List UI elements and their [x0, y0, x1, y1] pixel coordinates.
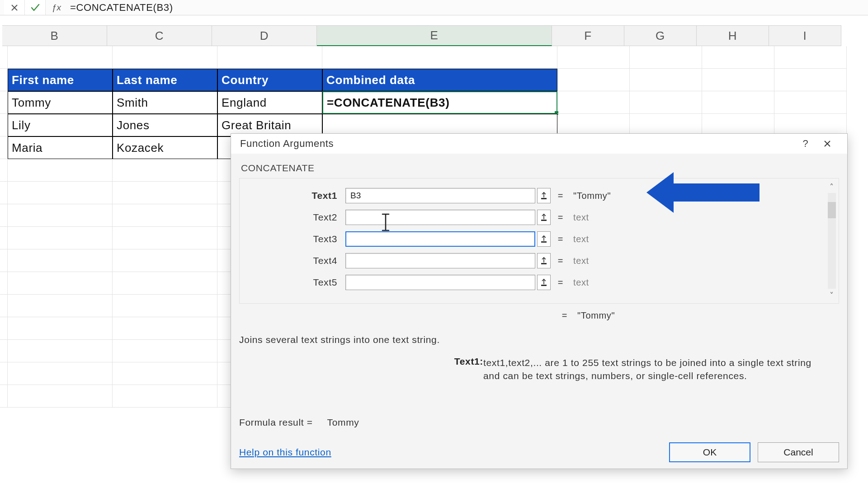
formula-result-value: Tommy — [327, 417, 359, 427]
collapse-button-text1[interactable] — [537, 188, 551, 203]
arg-result-text5: text — [571, 277, 832, 288]
arg-help-label: Text1: — [447, 356, 483, 383]
column-header-h[interactable]: H — [697, 25, 769, 46]
column-headers: B C D E F G H I — [0, 25, 868, 46]
collapse-dialog-icon — [540, 213, 547, 222]
cell-c5[interactable]: Kozacek — [113, 136, 217, 159]
svg-rect-4 — [541, 285, 547, 286]
arg-result-text3: text — [571, 234, 832, 244]
arg-result-text4: text — [571, 256, 832, 266]
header-first-name[interactable]: First name — [8, 69, 113, 91]
arg-label-text3: Text3 — [246, 234, 345, 244]
cell-b3[interactable]: Tommy — [8, 91, 113, 114]
x-icon — [10, 4, 19, 12]
equals-sign: = — [551, 191, 571, 201]
formula-bar: ƒx =CONCATENATE(B3) — [0, 0, 868, 15]
svg-marker-5 — [646, 172, 760, 213]
dialog-title-bar[interactable]: Function Arguments ? — [231, 134, 847, 154]
svg-rect-3 — [541, 263, 547, 264]
collapse-dialog-icon — [540, 235, 547, 244]
cell-b5[interactable]: Maria — [8, 136, 113, 159]
arg-label-text5: Text5 — [246, 277, 345, 288]
svg-rect-2 — [541, 241, 547, 243]
svg-rect-1 — [541, 220, 547, 221]
question-icon: ? — [803, 138, 809, 150]
scroll-thumb[interactable] — [828, 202, 836, 218]
arg-label-text4: Text4 — [246, 255, 345, 266]
pointer-arrow-icon — [646, 170, 760, 215]
collapse-button-text2[interactable] — [537, 210, 551, 225]
dialog-title: Function Arguments — [240, 138, 334, 150]
collapse-dialog-icon — [540, 278, 547, 287]
cell-e3[interactable]: =CONCATENATE(B3) — [322, 91, 557, 114]
scroll-down-icon[interactable]: ˅ — [830, 291, 834, 300]
check-icon — [31, 4, 40, 12]
function-description: Joins several text strings into one text… — [239, 334, 839, 345]
cancel-button[interactable]: Cancel — [758, 442, 839, 462]
arg-input-text2[interactable] — [345, 210, 535, 225]
cell-b4[interactable]: Lily — [8, 114, 113, 136]
help-button[interactable]: ? — [795, 134, 816, 154]
formula-input[interactable]: =CONCATENATE(B3) — [67, 0, 868, 15]
column-header-g[interactable]: G — [624, 25, 697, 46]
arg-input-text5[interactable] — [345, 275, 535, 290]
column-header-c[interactable]: C — [107, 25, 212, 46]
cancel-formula-button[interactable] — [4, 0, 25, 15]
cell-d3[interactable]: England — [217, 91, 322, 114]
collapse-dialog-icon — [540, 191, 547, 200]
column-header-d[interactable]: D — [212, 25, 317, 46]
header-country[interactable]: Country — [217, 69, 322, 91]
insert-function-button[interactable]: ƒx — [46, 0, 67, 15]
arg-input-text3[interactable] — [345, 231, 535, 247]
fx-icon: ƒx — [52, 3, 61, 13]
cell-c3[interactable]: Smith — [113, 91, 217, 114]
column-header-i[interactable]: I — [769, 25, 841, 46]
collapse-button-text3[interactable] — [537, 231, 551, 247]
cell-c4[interactable]: Jones — [113, 114, 217, 136]
accept-formula-button[interactable] — [25, 0, 46, 15]
formula-result-label: Formula result = — [239, 417, 313, 427]
args-scrollbar[interactable]: ˄ ˅ — [827, 182, 837, 300]
collapse-dialog-icon — [540, 256, 547, 265]
arg-label-text2: Text2 — [246, 212, 345, 223]
column-header-e[interactable]: E — [317, 25, 552, 46]
ok-button[interactable]: OK — [669, 442, 750, 462]
arg-help-text: text1,text2,... are 1 to 255 text string… — [483, 356, 826, 383]
arg-label-text1: Text1 — [246, 190, 345, 201]
overall-result: "Tommy" — [575, 310, 839, 321]
close-icon — [823, 140, 831, 148]
header-combined-data[interactable]: Combined data — [322, 69, 557, 91]
arg-input-text1[interactable] — [345, 188, 535, 203]
column-header-f[interactable]: F — [552, 25, 624, 46]
help-on-function-link[interactable]: Help on this function — [239, 447, 331, 458]
arg-input-text4[interactable] — [345, 253, 535, 268]
close-button[interactable] — [816, 134, 838, 154]
header-last-name[interactable]: Last name — [113, 69, 217, 91]
collapse-button-text5[interactable] — [537, 275, 551, 290]
collapse-button-text4[interactable] — [537, 253, 551, 268]
svg-rect-0 — [541, 198, 547, 199]
column-header-b[interactable]: B — [2, 25, 107, 46]
scroll-up-icon[interactable]: ˄ — [830, 182, 834, 191]
